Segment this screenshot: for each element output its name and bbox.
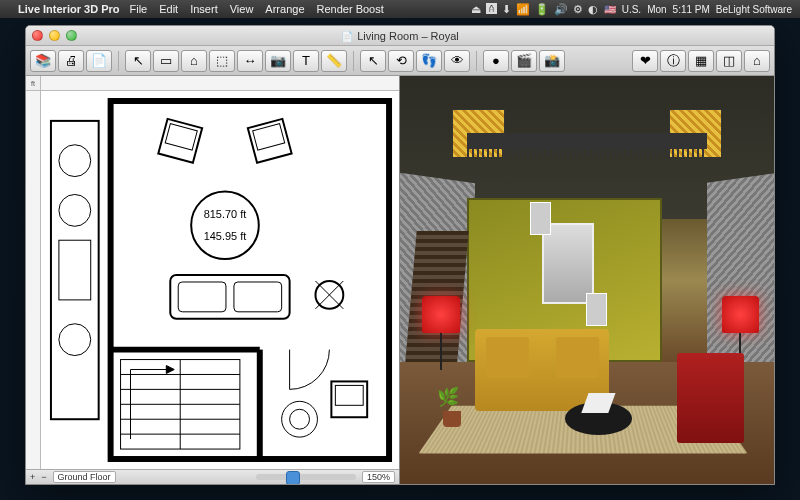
vendor-menu[interactable]: BeLight Software [716, 4, 792, 15]
svg-point-10 [191, 191, 259, 259]
dimension-b: 145.95 ft [204, 230, 247, 242]
plan-canvas[interactable]: 815.70 ft 145.95 ft [41, 91, 399, 469]
coffee-table [565, 402, 632, 435]
clock-day: Mon [647, 4, 666, 15]
room-tool[interactable]: ⌂ [181, 50, 207, 72]
window-title: Living Room – Royal [341, 30, 459, 42]
record-button[interactable]: ● [483, 50, 509, 72]
svg-rect-29 [331, 381, 367, 417]
battery-icon[interactable]: 🔋 [535, 3, 549, 16]
snapshot-button[interactable]: 📸 [539, 50, 565, 72]
menu-edit[interactable]: Edit [159, 3, 178, 15]
close-button[interactable] [32, 30, 43, 41]
plant-icon [437, 386, 467, 427]
camera-tool[interactable]: 📷 [265, 50, 291, 72]
orbit-tool[interactable]: ⟲ [388, 50, 414, 72]
menu-view[interactable]: View [230, 3, 254, 15]
menu-render-boost[interactable]: Render Boost [317, 3, 384, 15]
settings-icon[interactable]: ⚙ [573, 3, 583, 16]
favorites-button[interactable]: ❤ [632, 50, 658, 72]
wall-mirror-icon [542, 223, 594, 305]
look-tool[interactable]: 👁 [444, 50, 470, 72]
separator [118, 51, 119, 71]
print-button[interactable]: 🖨 [58, 50, 84, 72]
rendered-room [400, 76, 774, 484]
ruler-horizontal[interactable] [41, 76, 399, 91]
system-menubar: Live Interior 3D Pro File Edit Insert Vi… [0, 0, 800, 18]
measure-tool[interactable]: 📏 [321, 50, 347, 72]
download-icon[interactable]: ⬇ [502, 3, 511, 16]
eject-icon[interactable]: ⏏ [471, 3, 481, 16]
floor-plan-svg[interactable]: 815.70 ft 145.95 ft [41, 91, 399, 469]
render-3d-pane[interactable] [400, 76, 774, 484]
volume-icon[interactable]: 🔊 [554, 3, 568, 16]
dimension-tool[interactable]: ↔ [237, 50, 263, 72]
display-icon[interactable]: ◐ [588, 3, 598, 16]
traffic-lights [32, 30, 77, 41]
dimension-a: 815.70 ft [204, 208, 247, 220]
add-storey-button[interactable]: + [30, 472, 35, 482]
armchair [677, 353, 744, 443]
separator [353, 51, 354, 71]
ceiling-tool[interactable]: ⬚ [209, 50, 235, 72]
font-icon[interactable]: 🅰 [486, 3, 497, 15]
app-window: Living Room – Royal 📚 🖨 📄 ↖ ▭ ⌂ ⬚ ↔ 📷 T … [25, 25, 775, 485]
text-tool[interactable]: T [293, 50, 319, 72]
menu-insert[interactable]: Insert [190, 3, 218, 15]
input-flag-icon[interactable]: 🇺🇸 [604, 4, 616, 15]
svg-rect-6 [158, 119, 202, 163]
ruler-unit: ft [26, 76, 41, 91]
3d-view-button[interactable]: ⌂ [744, 50, 770, 72]
titlebar[interactable]: Living Room – Royal [26, 26, 774, 46]
plan-2d-pane[interactable]: ft [26, 76, 400, 484]
export-button[interactable]: 📄 [86, 50, 112, 72]
remove-storey-button[interactable]: − [41, 472, 46, 482]
content-split: ft [26, 76, 774, 484]
pointer-3d[interactable]: ↖ [360, 50, 386, 72]
floor-lamp-icon [422, 296, 459, 369]
menu-arrange[interactable]: Arrange [265, 3, 304, 15]
walk-tool[interactable]: 👣 [416, 50, 442, 72]
zoom-button[interactable] [66, 30, 77, 41]
balcony-rail [467, 133, 706, 149]
minimize-button[interactable] [49, 30, 60, 41]
zoom-slider[interactable] [256, 474, 356, 480]
2d-view-button[interactable]: ▦ [688, 50, 714, 72]
storey-dropdown[interactable]: Ground Floor [53, 471, 116, 483]
select-tool[interactable]: ↖ [125, 50, 151, 72]
clock-time[interactable]: 5:11 PM [673, 4, 710, 15]
svg-rect-1 [51, 121, 99, 419]
ruler-vertical[interactable] [26, 91, 41, 469]
app-title[interactable]: Live Interior 3D Pro [18, 3, 119, 15]
plan-statusbar: + − Ground Floor 150% [26, 469, 399, 484]
svg-rect-8 [248, 119, 292, 163]
toolbar: 📚 🖨 📄 ↖ ▭ ⌂ ⬚ ↔ 📷 T 📏 ↖ ⟲ 👣 👁 ● 🎬 📸 ❤ ⓘ … [26, 46, 774, 76]
wall-tool[interactable]: ▭ [153, 50, 179, 72]
menu-file[interactable]: File [129, 3, 147, 15]
movie-button[interactable]: 🎬 [511, 50, 537, 72]
zoom-dropdown[interactable]: 150% [362, 471, 395, 483]
library-button[interactable]: 📚 [30, 50, 56, 72]
wifi-icon[interactable]: 📶 [516, 3, 530, 16]
separator [476, 51, 477, 71]
split-view-button[interactable]: ◫ [716, 50, 742, 72]
input-locale[interactable]: U.S. [622, 4, 641, 15]
info-button[interactable]: ⓘ [660, 50, 686, 72]
